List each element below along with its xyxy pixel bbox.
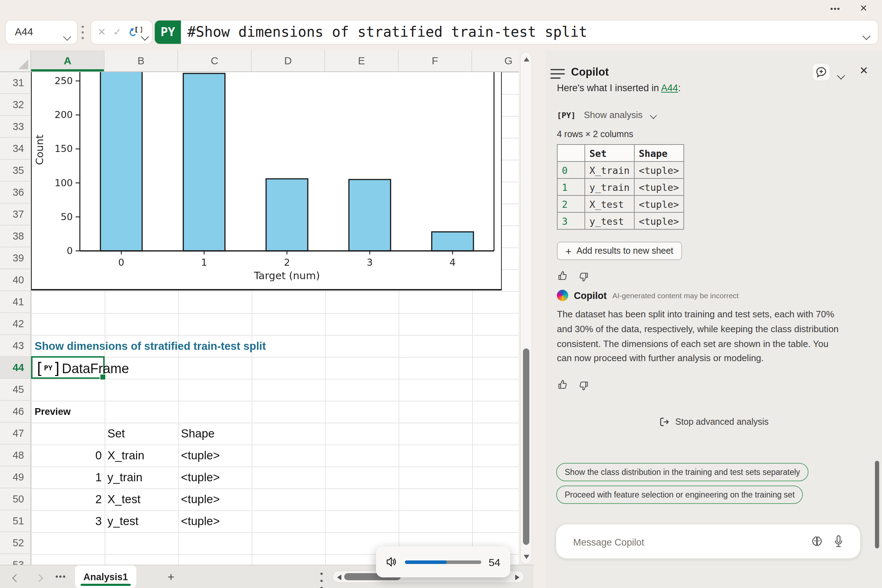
row-header-34[interactable]: 34 — [0, 138, 30, 160]
row-header-50[interactable]: 50 — [0, 488, 30, 510]
preview-row-51[interactable]: 3y_test<tuple> — [31, 510, 314, 532]
expand-formula-bar-icon[interactable] — [864, 29, 869, 42]
row-header-32[interactable]: 32 — [0, 94, 30, 116]
row-header-39[interactable]: 39 — [0, 248, 30, 269]
active-tab-underline — [81, 584, 131, 586]
window-more-options-icon[interactable]: ••• — [825, 2, 845, 15]
row-header-45[interactable]: 45 — [0, 379, 30, 401]
volume-slider[interactable] — [405, 560, 482, 564]
row-header-41[interactable]: 41 — [0, 291, 30, 313]
prev-sheet-icon[interactable] — [9, 566, 24, 588]
cell-reference-link[interactable]: A44 — [661, 82, 678, 93]
column-header-D[interactable]: D — [252, 50, 325, 71]
formula-text[interactable]: #Show dimensions of stratified train-tes… — [187, 21, 587, 44]
advanced-analysis-brain-icon[interactable] — [811, 536, 824, 551]
suggestion-chip[interactable]: Proceed with feature selection or engine… — [556, 486, 803, 504]
row-header-51[interactable]: 51 — [0, 510, 30, 532]
scroll-left-icon[interactable] — [337, 574, 341, 580]
cell-a46-preview-label[interactable]: Preview — [34, 401, 70, 423]
row-header-42[interactable]: 42 — [0, 313, 30, 335]
window-close-icon[interactable]: ✕ — [856, 2, 871, 15]
preview-row-48[interactable]: 0X_train<tuple> — [31, 444, 314, 466]
row-header-38[interactable]: 38 — [0, 225, 30, 248]
cell-a43-comment[interactable]: Show dimensions of stratified train-test… — [34, 335, 266, 357]
embedded-chart[interactable]: 05010015020025001234Target (num)Count — [31, 72, 502, 291]
result-table-cell: <tuple> — [634, 178, 684, 195]
column-header-C[interactable]: C — [178, 50, 252, 71]
preview-row-49[interactable]: 1y_train<tuple> — [31, 466, 314, 488]
column-header-F[interactable]: F — [399, 50, 472, 71]
preview-cell: <tuple> — [181, 488, 220, 510]
add-results-button[interactable]: + Add results to new sheet — [557, 242, 682, 260]
row-header-33[interactable]: 33 — [0, 116, 30, 138]
cancel-entry-icon[interactable]: ✕ — [95, 21, 108, 44]
close-panel-icon[interactable]: ✕ — [860, 64, 868, 77]
panel-scrollbar-thumb[interactable] — [875, 461, 879, 548]
vertical-scrollbar[interactable] — [520, 52, 532, 565]
sheet-tab-analysis1[interactable]: Analysis1 — [75, 566, 136, 588]
row-header-46[interactable]: 46 — [0, 401, 30, 423]
thumbs-down-icon[interactable] — [578, 271, 590, 282]
collapse-panel-chevron-icon[interactable] — [838, 69, 844, 81]
sheet-tab-label: Analysis1 — [83, 572, 128, 582]
formula-bar-kebab-icon[interactable]: ••• — [79, 24, 86, 41]
formula-input[interactable]: PY #Show dimensions of stratified train-… — [155, 21, 878, 44]
column-header-B[interactable]: B — [105, 50, 178, 71]
column-header-E[interactable]: E — [325, 50, 399, 71]
spreadsheet-grid[interactable]: 05010015020025001234Target (num)Count Sh… — [31, 72, 519, 565]
copilot-message-box[interactable] — [555, 524, 861, 559]
row-header-48[interactable]: 48 — [0, 444, 30, 466]
copilot-panel-title: Copilot — [571, 66, 609, 78]
thumbs-down-icon[interactable] — [578, 380, 590, 391]
cell-a44-text: DataFrame — [62, 361, 129, 376]
result-table-cell: <tuple> — [634, 195, 684, 212]
preview-cell: 2 — [31, 488, 102, 510]
confirm-entry-icon[interactable]: ✓ — [111, 21, 124, 44]
suggestion-chip[interactable]: Show the class distribution in the train… — [556, 463, 808, 481]
scroll-up-icon[interactable] — [524, 57, 529, 62]
all-sheets-icon[interactable]: ••• — [52, 566, 69, 588]
name-box-chevron-icon[interactable] — [64, 30, 70, 42]
stop-advanced-analysis-button[interactable]: Stop advanced analysis — [546, 416, 882, 430]
row-header-35[interactable]: 35 — [0, 160, 30, 182]
row-header-43[interactable]: 43 — [0, 335, 30, 357]
hamburger-menu-icon[interactable] — [550, 69, 566, 82]
svg-text:4: 4 — [450, 257, 456, 268]
preview-row-50[interactable]: 2X_test<tuple> — [31, 488, 314, 510]
preview-cell: <tuple> — [181, 510, 220, 532]
next-sheet-icon[interactable] — [31, 566, 46, 588]
column-headers[interactable]: ABCDEFG — [31, 50, 519, 72]
scroll-down-icon[interactable] — [524, 555, 529, 559]
new-chat-icon[interactable] — [813, 64, 830, 81]
row-header-53[interactable]: 53 — [0, 554, 30, 565]
row-header-47[interactable]: 47 — [0, 423, 30, 444]
column-header-A[interactable]: A — [31, 50, 105, 71]
tabbar-kebab-icon[interactable]: ••• — [316, 566, 327, 588]
python-object-icon[interactable]: [ ] — [126, 26, 142, 41]
select-all-corner[interactable] — [0, 50, 31, 72]
row-header-44[interactable]: 44 — [0, 357, 30, 379]
svg-text:200: 200 — [54, 109, 73, 120]
row-header-49[interactable]: 49 — [0, 466, 30, 488]
add-sheet-icon[interactable]: + — [162, 566, 180, 588]
svg-text:250: 250 — [54, 75, 73, 86]
python-output-chevron-icon[interactable] — [142, 30, 148, 42]
svg-text:100: 100 — [54, 177, 73, 188]
microphone-icon[interactable] — [832, 535, 844, 551]
preview-header-row[interactable]: Set Shape — [31, 423, 314, 444]
row-header-37[interactable]: 37 — [0, 204, 30, 225]
column-header-G[interactable]: G — [472, 50, 519, 71]
message-input[interactable] — [572, 524, 787, 560]
row-header-52[interactable]: 52 — [0, 532, 30, 554]
row-headers[interactable]: 3132333435363738394041424344454647484950… — [0, 72, 31, 565]
row-header-36[interactable]: 36 — [0, 182, 30, 204]
vertical-scrollbar-thumb[interactable] — [523, 348, 529, 545]
thumbs-up-icon[interactable] — [557, 380, 568, 391]
row-header-40[interactable]: 40 — [0, 269, 30, 291]
cell-a44-content[interactable]: [PY]DataFrame — [34, 357, 129, 379]
cell-name-box[interactable]: A44 — [6, 21, 77, 44]
thumbs-up-icon[interactable] — [557, 271, 568, 282]
scroll-right-icon[interactable] — [515, 574, 519, 580]
row-header-31[interactable]: 31 — [0, 72, 30, 94]
show-analysis-toggle[interactable]: [PY] Show analysis — [557, 110, 656, 122]
